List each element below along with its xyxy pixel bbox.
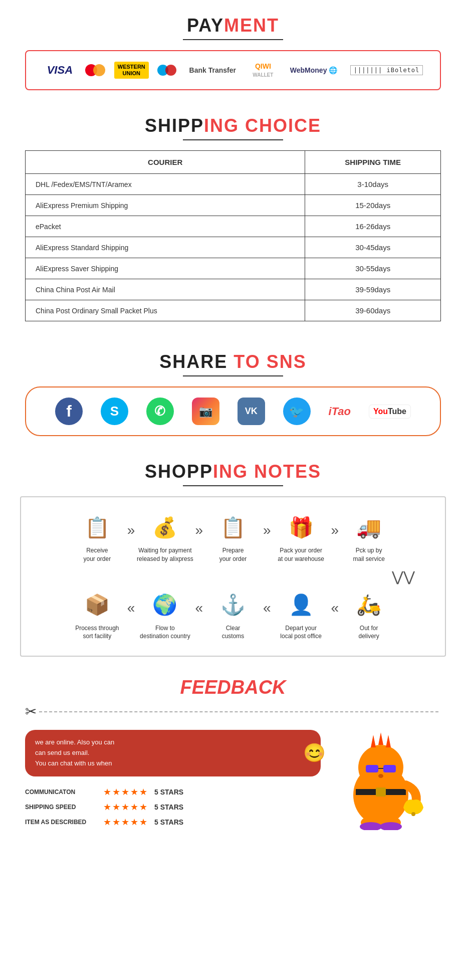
courier-cell: China Post Ordinary Small Packet Plus — [26, 300, 305, 321]
visa-logo: VISA — [43, 62, 77, 79]
depart-post-icon: 👤 — [289, 590, 314, 620]
table-row: DHL /Fedex/EMS/TNT/Aramex 3-10days — [26, 174, 441, 195]
western-union-logo: WESTERNUNION — [114, 62, 149, 79]
flow-row-1: 📋 Receiveyour order » 💰 Waiting for paym… — [31, 512, 435, 563]
sns-title-red: TO SNS — [234, 351, 306, 372]
depart-post-label: Depart yourlocal post office — [280, 624, 322, 641]
flow-arrow-1: » — [127, 517, 135, 538]
flow-row-2: 🛵 Out fordelivery « 👤 Depart yourlocal p… — [31, 590, 435, 641]
iboletol-logo: ||||||| iBoletol — [350, 65, 423, 75]
shipping-title-underline — [183, 139, 283, 140]
time-cell: 39-59days — [305, 279, 441, 300]
shipping-section: SHIPPING CHOICE COURIER SHIPPING TIME DH… — [0, 100, 466, 336]
flow-arrow-left-2: « — [263, 595, 271, 616]
flow-arrow-left-3: « — [195, 595, 203, 616]
rating-row-item: ITEM AS DESCRIBED ★★★★★ 5 STARS — [25, 817, 321, 828]
feedback-left-panel: we are online. Also you cancan send us e… — [25, 730, 321, 831]
notes-title-underline — [183, 485, 283, 486]
instagram-icon[interactable]: 📷 — [192, 398, 219, 425]
youtube-logo[interactable]: YouTube — [369, 405, 411, 419]
table-row: China Post Ordinary Small Packet Plus 39… — [26, 300, 441, 321]
payment-released-label: Waiting for paymentreleased by alixpress — [137, 546, 193, 563]
shipping-title-red: ING CHOICE — [204, 115, 321, 136]
svg-rect-5 — [366, 765, 378, 772]
flow-destination-icon: 🌍 — [152, 590, 177, 620]
notes-title: SHOPPING NOTES — [10, 461, 456, 482]
twitter-icon[interactable]: 🐦 — [283, 398, 311, 425]
courier-cell: China China Post Air Mail — [26, 279, 305, 300]
chat-text: we are online. Also you cancan send us e… — [35, 738, 114, 767]
shopping-notes-section: SHOPPING NOTES 📋 Receiveyour order » 💰 W… — [0, 446, 466, 662]
bank-transfer-logo: Bank Transfer — [185, 64, 240, 76]
facebook-icon[interactable]: f — [55, 398, 83, 425]
vk-icon[interactable]: VK — [238, 398, 265, 425]
flow-arrow-2: » — [195, 517, 203, 538]
payment-title-black: PAY — [187, 15, 224, 36]
out-delivery-icon: 🛵 — [356, 590, 381, 620]
flow-item-payment: 💰 Waiting for paymentreleased by alixpre… — [135, 512, 195, 563]
communication-stars-count: 5 STARS — [154, 788, 183, 796]
receive-order-label: Receiveyour order — [83, 546, 111, 563]
rating-row-communication: COMMUNICATON ★★★★★ 5 STARS — [25, 787, 321, 798]
webmoney-logo: WebMoney 🌐 — [286, 64, 342, 76]
pickup-label: Pck up bymail service — [353, 546, 384, 563]
prepare-order-label: Prepareyour order — [219, 546, 247, 563]
flow-destination-label: Flow todestination country — [140, 624, 190, 641]
sns-title-black: SHARE — [159, 351, 234, 372]
flow-arrow-left-4: « — [127, 595, 135, 616]
receive-order-icon: 📋 — [85, 512, 110, 542]
shipping-title-black: SHIPP — [145, 115, 204, 136]
flow-item-sort: 📦 Process throughsort facility — [67, 590, 127, 641]
payment-section: PAYMENT VISA WESTERNUNION Bank Transfer … — [0, 0, 466, 100]
table-row: AliExpress Premium Shipping 15-20days — [26, 195, 441, 216]
svg-rect-6 — [383, 765, 396, 772]
mastercard-logo — [85, 64, 105, 76]
shipping-speed-label: SHIPPING SPEED — [25, 804, 100, 811]
maestro-logo — [157, 65, 176, 76]
notes-title-red: ING NOTES — [213, 461, 321, 482]
svg-rect-10 — [376, 788, 386, 797]
courier-cell: ePacket — [26, 216, 305, 237]
feedback-section: FEEDBACK ✂ we are online. Also you canca… — [0, 662, 466, 846]
time-cell: 39-60days — [305, 300, 441, 321]
item-described-stars-count: 5 STARS — [154, 818, 183, 826]
scissors-icon: ✂ — [25, 703, 37, 720]
qiwi-logo: QIWIWALLET — [249, 60, 277, 80]
whatsapp-icon[interactable]: ✆ — [146, 398, 174, 425]
feedback-title: FEEDBACK — [10, 677, 456, 698]
payment-logos-box: VISA WESTERNUNION Bank Transfer QIWIWALL… — [25, 50, 441, 90]
svg-marker-2 — [371, 735, 376, 747]
pack-order-label: Pack your orderat our warehouse — [278, 546, 324, 563]
skype-icon[interactable]: S — [101, 398, 128, 425]
sns-logos-box: f S ✆ 📷 VK 🐦 iTao YouTube — [25, 386, 441, 436]
time-cell: 30-45days — [305, 237, 441, 258]
flow-arrow-left-1: « — [331, 595, 339, 616]
sns-title: SHARE TO SNS — [10, 351, 456, 372]
flow-arrow-3: » — [263, 517, 271, 538]
pack-order-icon: 🎁 — [289, 512, 314, 542]
dashed-divider — [39, 711, 438, 712]
flow-down-arrow: ⋁⋁ — [31, 568, 435, 585]
chat-bubble: we are online. Also you cancan send us e… — [25, 730, 321, 776]
time-cell: 30-55days — [305, 258, 441, 279]
feedback-mascot — [331, 730, 441, 830]
shipping-speed-stars-count: 5 STARS — [154, 803, 183, 811]
shipping-speed-stars: ★★★★★ — [103, 802, 148, 813]
chat-emoji-icon: 😊 — [303, 739, 326, 768]
sns-title-underline — [183, 375, 283, 376]
rating-row-shipping: SHIPPING SPEED ★★★★★ 5 STARS — [25, 802, 321, 813]
courier-cell: AliExpress Saver Shipping — [26, 258, 305, 279]
table-row: AliExpress Standard Shipping 30-45days — [26, 237, 441, 258]
payment-title-red: MENT — [224, 15, 279, 36]
svg-marker-3 — [378, 732, 383, 745]
shipping-table: COURIER SHIPPING TIME DHL /Fedex/EMS/TNT… — [25, 150, 441, 321]
courier-header: COURIER — [26, 151, 305, 174]
notes-title-black: SHOPP — [145, 461, 213, 482]
itao-logo[interactable]: iTao — [329, 405, 351, 418]
item-described-label: ITEM AS DESCRIBED — [25, 819, 100, 826]
flow-item-flow: 🌍 Flow todestination country — [135, 590, 195, 641]
svg-point-1 — [358, 745, 403, 790]
svg-point-11 — [411, 812, 415, 816]
customs-label: Clearcustoms — [222, 624, 245, 641]
sort-facility-label: Process throughsort facility — [75, 624, 119, 641]
